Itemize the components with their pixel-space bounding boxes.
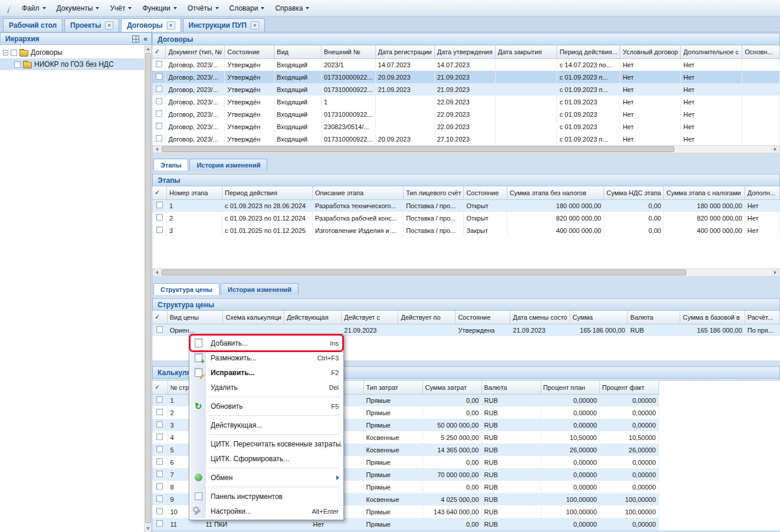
row-checkbox[interactable] xyxy=(156,326,163,333)
section-tab[interactable]: История изменений xyxy=(221,283,299,295)
table-row[interactable]: Договор, 2023/...УтверждёнВходящий2023/1… xyxy=(152,58,780,71)
column-header[interactable]: Процент факт xyxy=(599,381,658,394)
menubar-item[interactable]: Файл xyxy=(17,2,51,15)
row-checkbox[interactable] xyxy=(156,123,162,129)
column-header[interactable]: Сумма этапа без налогов xyxy=(507,186,604,199)
row-checkbox[interactable] xyxy=(156,495,163,502)
column-header[interactable]: Действующая xyxy=(284,311,341,324)
section-tab[interactable]: Этапы xyxy=(153,159,188,170)
row-checkbox[interactable] xyxy=(156,458,163,465)
scroll-up-icon[interactable] xyxy=(145,45,152,52)
scroll-left-icon[interactable] xyxy=(153,269,161,276)
section-tab[interactable]: История изменений xyxy=(189,159,267,170)
row-checkbox[interactable] xyxy=(156,61,162,67)
counter-grid-icon[interactable] xyxy=(132,35,139,42)
scroll-right-icon[interactable] xyxy=(771,269,779,276)
column-header[interactable]: Период действия... xyxy=(557,45,620,58)
column-header[interactable]: Дата утверждения xyxy=(434,45,495,58)
select-all-header[interactable]: ✓ xyxy=(152,186,167,199)
row-checkbox[interactable] xyxy=(156,520,163,527)
tree-checkbox[interactable] xyxy=(14,61,21,68)
column-header[interactable]: Сумма в базовой в xyxy=(680,311,745,324)
row-checkbox[interactable] xyxy=(156,409,163,415)
table-row[interactable]: 2с 01.09.2023 по 01.12.2024Разработка ра… xyxy=(152,212,780,224)
menu-item-toolbar[interactable]: Панель инструментов xyxy=(191,489,342,504)
column-header[interactable]: Тип затрат xyxy=(363,381,422,394)
row-checkbox[interactable] xyxy=(156,98,162,104)
column-header[interactable]: Период действия xyxy=(222,186,313,199)
row-checkbox[interactable] xyxy=(156,446,163,452)
menubar-item[interactable]: Функции xyxy=(137,2,182,15)
stages-hscrollbar[interactable] xyxy=(152,268,780,277)
menubar-item[interactable]: Документы xyxy=(51,2,105,15)
column-header[interactable]: Номер этапа xyxy=(167,186,222,199)
collapse-node-icon[interactable] xyxy=(3,50,8,55)
menubar-item[interactable]: Отчёты xyxy=(182,2,224,15)
menu-item-add[interactable]: Добавить...Ins xyxy=(191,336,342,350)
menu-item-citk-form[interactable]: ЦИТК. Сформировать... xyxy=(191,451,342,466)
column-header[interactable]: Действует с xyxy=(342,311,398,324)
column-header[interactable]: Описание этапа xyxy=(312,186,403,199)
tree-checkbox[interactable] xyxy=(11,50,17,56)
scrollbar-thumb[interactable] xyxy=(162,146,674,152)
menubar-item[interactable]: Учёт xyxy=(104,2,137,15)
column-header[interactable]: Состояние xyxy=(225,45,274,58)
tree-scrollbar[interactable] xyxy=(144,45,152,532)
table-row[interactable]: Договор, 2023/...УтверждёнВходящий017310… xyxy=(152,133,780,145)
column-header[interactable]: Основн... xyxy=(742,45,780,58)
row-checkbox[interactable] xyxy=(156,86,162,92)
scrollbar-thumb[interactable] xyxy=(145,53,151,523)
menu-item-refresh[interactable]: ОбновитьF5 xyxy=(191,399,342,413)
table-row[interactable]: 3с 01.01.2025 по 01.12.2025Изготовление … xyxy=(152,224,780,237)
column-header[interactable]: Дата смены состо xyxy=(510,311,570,324)
row-checkbox[interactable] xyxy=(156,214,163,221)
row-checkbox[interactable] xyxy=(156,73,162,80)
scroll-left-icon[interactable] xyxy=(153,146,161,153)
column-header[interactable]: Сумма затрат xyxy=(422,381,481,394)
menu-item-current[interactable]: Действующая... xyxy=(191,418,342,432)
column-header[interactable]: Сумма этапа с налогами xyxy=(664,186,745,199)
menubar-item[interactable]: Словари xyxy=(224,2,270,15)
column-header[interactable]: Дата регистрации xyxy=(375,45,434,58)
row-checkbox[interactable] xyxy=(156,471,163,477)
table-row[interactable]: 1с 01.09.2023 по 28.06.2024Разработка те… xyxy=(152,199,780,212)
column-header[interactable]: Внешний № xyxy=(321,45,375,58)
column-header[interactable]: Сумма НДС этапа xyxy=(604,186,664,199)
column-header[interactable]: Расчёт... xyxy=(745,311,779,324)
column-header[interactable]: Тип лицевого счёт xyxy=(404,186,464,199)
row-checkbox[interactable] xyxy=(156,396,163,403)
column-header[interactable]: Сумма xyxy=(570,311,628,324)
menu-item-exchange[interactable]: Обмен xyxy=(191,470,342,485)
select-all-header[interactable]: ✓ xyxy=(152,381,168,394)
table-row[interactable]: Договор, 2023/...УтверждёнВходящий230823… xyxy=(152,120,780,133)
tree-item-niokr[interactable]: НИОКР по ГОЗ без НДС xyxy=(0,58,152,70)
column-header[interactable]: Схема калькуляци xyxy=(223,311,284,324)
section-tab[interactable]: Структура цены xyxy=(153,283,219,295)
column-header[interactable]: Вид цены xyxy=(167,311,223,324)
column-header[interactable]: Валюта xyxy=(628,311,680,324)
row-checkbox[interactable] xyxy=(156,421,163,428)
row-checkbox[interactable] xyxy=(156,202,163,208)
table-row[interactable]: Договор, 2023/...УтверждёнВходящий122.09… xyxy=(152,96,780,108)
column-header[interactable]: Дополнительное с xyxy=(681,45,742,58)
contracts-hscrollbar[interactable] xyxy=(152,145,780,153)
scroll-down-icon[interactable] xyxy=(145,524,152,532)
close-tab-icon[interactable] xyxy=(105,21,113,29)
row-checkbox[interactable] xyxy=(156,434,163,440)
column-header[interactable]: Состояние xyxy=(455,311,510,324)
select-all-header[interactable]: ✓ xyxy=(152,311,167,324)
select-all-header[interactable]: ✓ xyxy=(152,45,166,58)
column-header[interactable]: Документ (тип, № xyxy=(166,45,225,58)
column-header[interactable]: Процент план xyxy=(540,381,599,394)
row-checkbox[interactable] xyxy=(156,110,162,117)
tree-item-contracts[interactable]: Договоры xyxy=(0,47,152,58)
document-tab[interactable]: Договоры xyxy=(121,18,181,32)
column-header[interactable]: Валюта xyxy=(481,381,540,394)
menu-item-citk-recalc[interactable]: ЦИТК. Пересчитать косвенные затраты... xyxy=(191,436,342,451)
column-header[interactable]: Вид xyxy=(274,45,322,58)
menu-item-duplicate[interactable]: Размножить...Ctrl+F3 xyxy=(191,350,342,365)
menubar-item[interactable]: Справка xyxy=(270,2,314,15)
menu-item-settings[interactable]: Настройки...Alt+Enter xyxy=(191,504,342,518)
table-row[interactable]: Договор, 2023/...УтверждёнВходящий017310… xyxy=(152,108,780,120)
table-row[interactable]: Договор, 2023/...УтверждёнВходящий017310… xyxy=(152,83,780,96)
